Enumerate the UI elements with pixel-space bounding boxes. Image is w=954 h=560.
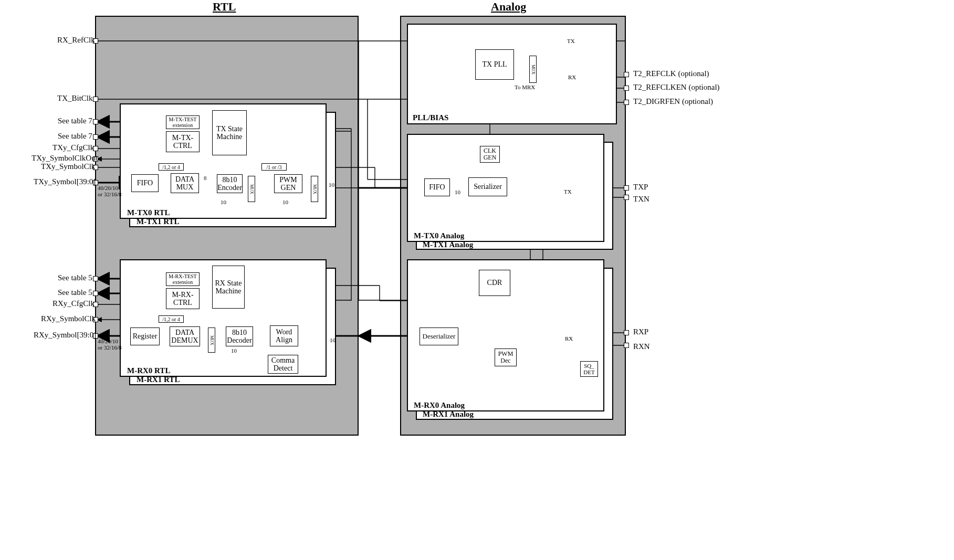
clk-gen: CLK GEN bbox=[480, 146, 500, 163]
mtx0-analog-title: M-TX0 Analog bbox=[414, 231, 464, 240]
pin-t2-refclken bbox=[624, 86, 629, 91]
lab-tx-bitclk: TX_BitClk bbox=[57, 94, 93, 103]
mrx-test: M-RX-TEST extension bbox=[166, 272, 200, 286]
tx-state-machine: TX State Machine bbox=[212, 110, 247, 155]
mtx-ctrl: M-TX- CTRL bbox=[166, 131, 200, 152]
rx-n10a: 10 bbox=[231, 347, 237, 354]
analog-tx-buf-label: TX bbox=[564, 188, 572, 195]
tx-mux2: MUX bbox=[311, 176, 318, 202]
pin-txp bbox=[624, 185, 629, 191]
serializer: Serializer bbox=[468, 177, 507, 196]
mrx0-analog-title: M-RX0 Analog bbox=[414, 401, 465, 410]
pin-see-t5b bbox=[93, 291, 98, 296]
rx-mux: MUX bbox=[208, 327, 215, 353]
pin-t2-digrfen bbox=[624, 100, 629, 105]
mtx1-analog-title: M-TX1 Analog bbox=[423, 240, 473, 249]
mtx0-rtl-title: M-TX0 RTL bbox=[127, 208, 170, 217]
lab-txy-symclk: TXy_SymbolClk bbox=[41, 162, 95, 171]
rx-state-machine: RX State Machine bbox=[212, 266, 245, 309]
title-analog: Analog bbox=[491, 0, 526, 14]
tx-fifo: FIFO bbox=[131, 174, 159, 192]
pin-rxp bbox=[624, 330, 629, 335]
mtx1-rtl-title: M-TX1 RTL bbox=[137, 217, 180, 226]
tx-div2: /1 or /3 bbox=[261, 163, 287, 171]
lab-rxp: RXP bbox=[633, 327, 648, 336]
lab-see-t5b: See table 5 bbox=[58, 288, 92, 297]
deserializer: Deserializer bbox=[420, 327, 458, 345]
lab-see-t5a: See table 5 bbox=[58, 273, 92, 282]
lab-t2-digrfen: T2_DIGRFEN (optional) bbox=[633, 97, 713, 106]
lab-txn: TXN bbox=[633, 195, 649, 204]
sq-det: SQ_ DET bbox=[580, 361, 598, 377]
lab-txy-symclkout: TXy_SymbolClkOut bbox=[32, 154, 98, 163]
tx-n8: 8 bbox=[204, 175, 207, 181]
pll-bias-title: PLL/BIAS bbox=[413, 113, 448, 122]
lab-rxy-cfgclk: RXy_CfgClk bbox=[53, 299, 95, 308]
cdr: CDR bbox=[479, 270, 510, 296]
tx-n10b: 10 bbox=[282, 199, 288, 205]
lab-see-t7b: See table 7 bbox=[58, 132, 92, 141]
tx-n10c: 10 bbox=[329, 182, 334, 188]
tx-pll: TX PLL bbox=[475, 49, 514, 80]
pin-rxn bbox=[624, 343, 629, 348]
lab-txy-cfgclk: TXy_CfgClk bbox=[53, 143, 94, 152]
lab-width-note2: 40/20/10 or 32/16/8 bbox=[98, 338, 122, 351]
analog-rx-buf-label: RX bbox=[565, 335, 573, 342]
lab-rxy-symclk: RXy_SymbolClk bbox=[41, 314, 96, 323]
tx-data-mux: DATA MUX bbox=[171, 173, 199, 193]
mrx1-analog-title: M-RX1 Analog bbox=[423, 410, 474, 419]
lab-rxy-symbol: RXy_Symbol[39:0] bbox=[34, 331, 96, 340]
rx-8b10-decoder: 8b10 Decoder bbox=[226, 326, 253, 346]
mrx1-rtl-title: M-RX1 RTL bbox=[137, 375, 180, 384]
rx-register: Register bbox=[130, 327, 160, 345]
pwm-dec: PWM Dec bbox=[495, 348, 517, 366]
lab-txy-symbol: TXy_Symbol[39:0] bbox=[34, 177, 96, 186]
rx-div1: /1,2 or 4 bbox=[159, 315, 184, 323]
lab-see-t7a: See table 7 bbox=[58, 117, 92, 125]
rx-data-demux: DATA DEMUX bbox=[170, 326, 200, 346]
tx-mux1: MUX bbox=[248, 176, 255, 202]
mrx0-rtl-title: M-RX0 RTL bbox=[127, 366, 170, 375]
rx-n10b: 10 bbox=[330, 337, 336, 343]
pin-t2-refclk bbox=[624, 72, 629, 77]
to-mrx: To MRX bbox=[515, 84, 530, 90]
rx-word-align: Word Align bbox=[270, 325, 298, 346]
lab-txp: TXP bbox=[633, 183, 648, 192]
analog-tx-n10: 10 bbox=[455, 189, 460, 195]
tx-8b10-encoder: 8b10 Encoder bbox=[217, 174, 243, 193]
rx-comma-detect: Comma Detect bbox=[268, 355, 298, 374]
pin-see-t7b bbox=[93, 134, 98, 140]
tx-div1: /1,2 or 4 bbox=[159, 163, 184, 171]
pin-see-t5a bbox=[93, 276, 98, 281]
pll-rx-buf-label: RX bbox=[568, 74, 576, 80]
pin-txn bbox=[624, 195, 629, 200]
mtx-test: M-TX-TEST extension bbox=[166, 115, 200, 129]
mrx-ctrl: M-RX- CTRL bbox=[166, 288, 200, 309]
pin-tx-bitclk bbox=[93, 97, 98, 102]
lab-rx-refclk: RX_RefClk bbox=[57, 36, 95, 45]
pll-mux: MUX bbox=[529, 56, 537, 83]
title-rtl: RTL bbox=[213, 0, 236, 14]
lab-rxn: RXN bbox=[633, 342, 650, 351]
lab-width-note: 40/20/10 or 32/16/8 bbox=[98, 185, 122, 197]
pin-see-t7a bbox=[93, 119, 98, 124]
tx-n10a: 10 bbox=[221, 199, 226, 205]
lab-t2-refclken: T2_REFCLKEN (optional) bbox=[633, 83, 720, 92]
analog-tx-fifo: FIFO bbox=[424, 178, 450, 196]
lab-t2-refclk: T2_REFCLK (optional) bbox=[633, 69, 709, 78]
pll-tx-buf-label: TX bbox=[567, 38, 575, 44]
tx-pwm-gen: PWM GEN bbox=[274, 174, 302, 193]
